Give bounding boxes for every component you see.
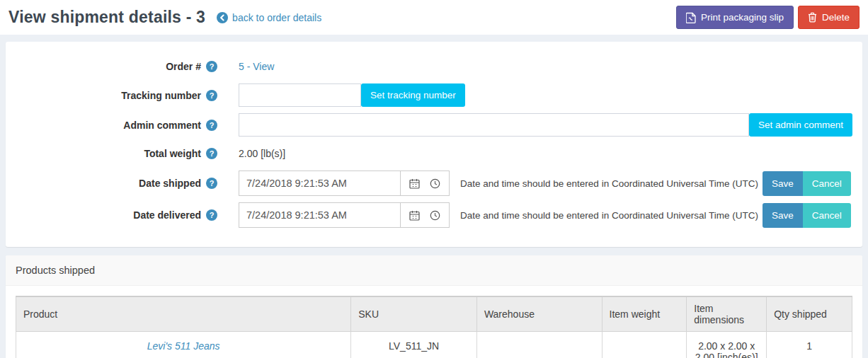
admin-comment-row: Admin comment ? Set admin comment <box>16 113 852 137</box>
delete-button[interactable]: Delete <box>798 6 860 29</box>
clock-icon[interactable] <box>430 210 440 221</box>
delete-button-label: Delete <box>822 12 850 23</box>
arrow-circle-left-icon <box>217 12 228 23</box>
cell-sku: LV_511_JN <box>351 332 477 358</box>
cell-product: Levi's 511 Jeans <box>16 332 351 358</box>
set-admin-comment-label: Set admin comment <box>758 120 843 130</box>
column-header-product: Product <box>16 296 351 332</box>
tracking-number-label: Tracking number <box>121 90 201 101</box>
calendar-icon[interactable] <box>409 210 420 221</box>
help-icon[interactable]: ? <box>206 178 217 189</box>
total-weight-value: 2.00 [lb(s)] <box>239 148 285 159</box>
date-shipped-input[interactable] <box>239 171 400 195</box>
cell-item-weight <box>602 332 687 358</box>
shipment-details-panel: Order # ? 5 - View Tracking number ? Set… <box>6 42 862 247</box>
page-title: View shipment details - 3 <box>8 8 205 27</box>
set-tracking-number-button[interactable]: Set tracking number <box>361 83 465 107</box>
cell-qty-shipped: 1 <box>767 332 852 358</box>
date-delivered-cancel-button[interactable]: Cancel <box>803 203 851 228</box>
column-header-warehouse: Warehouse <box>476 296 602 332</box>
date-delivered-input[interactable] <box>239 203 400 227</box>
print-packaging-slip-button[interactable]: Print packaging slip <box>676 6 794 29</box>
products-table: Product SKU Warehouse Item weight Item d… <box>16 296 852 358</box>
date-delivered-save-button[interactable]: Save <box>763 203 803 228</box>
set-admin-comment-button[interactable]: Set admin comment <box>749 113 852 137</box>
utc-note: Date and time should be entered in Coord… <box>460 178 758 189</box>
product-link[interactable]: Levi's 511 Jeans <box>147 340 220 352</box>
table-header-row: Product SKU Warehouse Item weight Item d… <box>16 296 852 332</box>
pdf-file-icon <box>686 12 696 23</box>
back-to-order-link[interactable]: back to order details <box>217 12 321 23</box>
calendar-icon[interactable] <box>409 178 420 189</box>
tracking-number-row: Tracking number ? Set tracking number <box>16 83 852 107</box>
column-header-item-weight: Item weight <box>602 296 687 332</box>
trash-icon <box>808 12 817 23</box>
date-shipped-save-button[interactable]: Save <box>763 171 803 196</box>
back-link-label: back to order details <box>232 12 321 23</box>
column-header-qty-shipped: Qty shipped <box>767 296 852 332</box>
save-label: Save <box>772 178 794 189</box>
content-header: View shipment details - 3 back to order … <box>0 0 868 35</box>
admin-comment-input[interactable] <box>239 113 749 137</box>
set-tracking-number-label: Set tracking number <box>370 90 456 100</box>
tracking-number-input[interactable] <box>239 83 361 107</box>
help-icon[interactable]: ? <box>206 209 217 221</box>
table-row: Levi's 511 Jeans LV_511_JN 2.00 x 2.00 x… <box>16 332 852 358</box>
help-icon[interactable]: ? <box>206 120 217 131</box>
column-header-sku: SKU <box>351 296 477 332</box>
date-delivered-label: Date delivered <box>133 209 201 221</box>
save-label: Save <box>772 210 794 221</box>
utc-note: Date and time should be entered in Coord… <box>460 210 758 221</box>
help-icon[interactable]: ? <box>206 61 217 72</box>
products-shipped-panel: Products shipped Product SKU Warehouse I… <box>6 255 862 358</box>
cancel-label: Cancel <box>812 210 842 221</box>
admin-comment-label: Admin comment <box>123 120 201 131</box>
date-shipped-row: Date shipped ? <box>16 171 852 196</box>
total-weight-label: Total weight <box>144 148 201 159</box>
date-shipped-cancel-button[interactable]: Cancel <box>803 171 851 196</box>
cell-warehouse <box>476 332 602 358</box>
cancel-label: Cancel <box>812 178 842 189</box>
order-number-label: Order # <box>166 61 201 72</box>
help-icon[interactable]: ? <box>206 90 217 101</box>
total-weight-row: Total weight ? 2.00 [lb(s)] <box>16 143 852 164</box>
date-shipped-picker <box>239 171 450 196</box>
clock-icon[interactable] <box>430 178 440 189</box>
products-shipped-heading: Products shipped <box>6 255 862 286</box>
help-icon[interactable]: ? <box>206 148 217 159</box>
order-view-link[interactable]: 5 - View <box>239 61 274 72</box>
date-delivered-picker <box>239 202 450 228</box>
cell-item-dimensions: 2.00 x 2.00 x 2.00 [inch(es)] <box>687 332 767 358</box>
column-header-item-dimensions: Item dimensions <box>687 296 767 332</box>
order-number-row: Order # ? 5 - View <box>16 56 852 77</box>
date-delivered-row: Date delivered ? <box>16 202 852 228</box>
print-button-label: Print packaging slip <box>701 12 784 23</box>
date-shipped-label: Date shipped <box>139 178 201 189</box>
